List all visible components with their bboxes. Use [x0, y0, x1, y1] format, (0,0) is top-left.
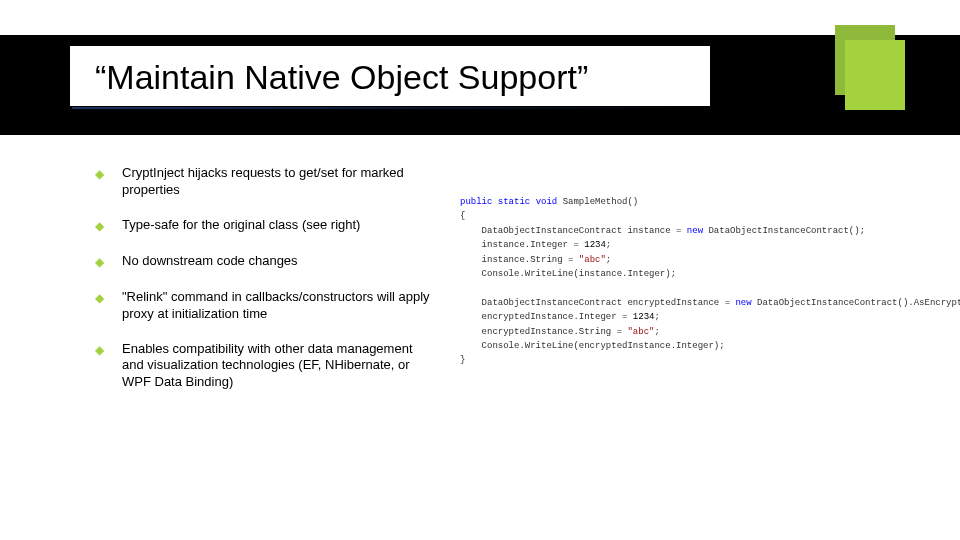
code-token: public: [460, 197, 492, 207]
diamond-bullet-icon: ◆: [95, 217, 104, 235]
accent-block-front: [845, 40, 905, 110]
code-token: new: [735, 298, 751, 308]
code-token: ;: [654, 312, 659, 322]
bullet-item: ◆ No downstream code changes: [95, 253, 435, 271]
code-token: void: [536, 197, 558, 207]
code-token: DataObjectInstanceContract();: [703, 226, 865, 236]
bullet-item: ◆ CryptInject hijacks requests to get/se…: [95, 165, 435, 199]
bullet-text: "Relink" command in callbacks/constructo…: [122, 289, 435, 323]
diamond-bullet-icon: ◆: [95, 341, 104, 359]
code-token: instance.Integer =: [460, 240, 584, 250]
diamond-bullet-icon: ◆: [95, 253, 104, 271]
title-underline: [72, 107, 708, 109]
bullet-text: No downstream code changes: [122, 253, 298, 270]
code-token: "abc": [579, 255, 606, 265]
code-token: 1234: [584, 240, 606, 250]
code-token: static: [498, 197, 530, 207]
code-token: instance.String =: [460, 255, 579, 265]
slide: “Maintain Native Object Support” ◆ Crypt…: [0, 0, 960, 540]
code-sample: public static void SampleMethod() { Data…: [450, 165, 910, 510]
code-token: SampleMethod(): [557, 197, 638, 207]
code-token: }: [460, 355, 465, 365]
code-token: new: [687, 226, 703, 236]
bullet-item: ◆ Type-safe for the original class (see …: [95, 217, 435, 235]
code-token: Console.WriteLine(instance.Integer);: [460, 269, 676, 279]
bullet-text: Enables compatibility with other data ma…: [122, 341, 435, 392]
slide-title: “Maintain Native Object Support”: [95, 58, 588, 97]
code-block: public static void SampleMethod() { Data…: [460, 195, 910, 368]
code-token: DataObjectInstanceContract().AsEncrypted…: [752, 298, 960, 308]
body-area: ◆ CryptInject hijacks requests to get/se…: [95, 165, 915, 510]
code-token: "abc": [627, 327, 654, 337]
code-token: DataObjectInstanceContract instance =: [460, 226, 687, 236]
bullet-list: ◆ CryptInject hijacks requests to get/se…: [95, 165, 450, 510]
code-token: ;: [606, 240, 611, 250]
code-token: DataObjectInstanceContract encryptedInst…: [460, 298, 735, 308]
code-token: Console.WriteLine(encryptedInstance.Inte…: [460, 341, 725, 351]
bullet-text: CryptInject hijacks requests to get/set …: [122, 165, 435, 199]
code-token: encryptedInstance.String =: [460, 327, 627, 337]
code-token: 1234: [633, 312, 655, 322]
code-token: {: [460, 211, 465, 221]
bullet-text: Type-safe for the original class (see ri…: [122, 217, 360, 234]
code-token: ;: [606, 255, 611, 265]
diamond-bullet-icon: ◆: [95, 289, 104, 307]
diamond-bullet-icon: ◆: [95, 165, 104, 183]
bullet-item: ◆ "Relink" command in callbacks/construc…: [95, 289, 435, 323]
code-token: ;: [654, 327, 659, 337]
bullet-item: ◆ Enables compatibility with other data …: [95, 341, 435, 392]
code-token: encryptedInstance.Integer =: [460, 312, 633, 322]
